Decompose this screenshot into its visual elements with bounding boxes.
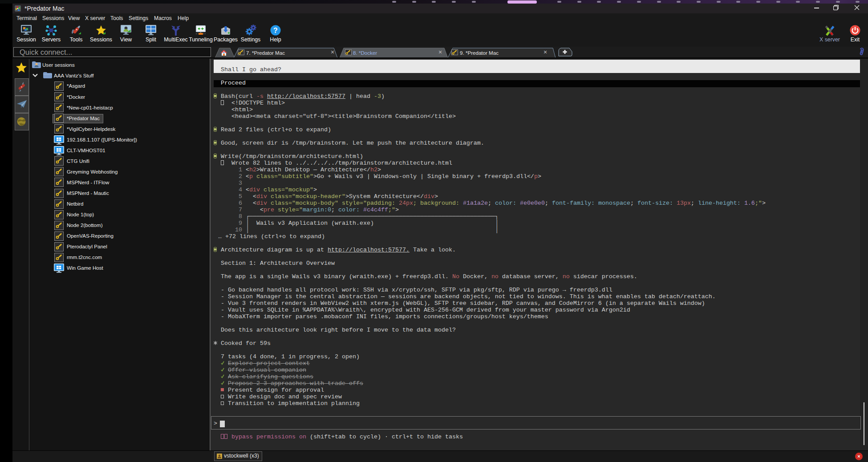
svg-text:?: ?	[273, 27, 278, 34]
